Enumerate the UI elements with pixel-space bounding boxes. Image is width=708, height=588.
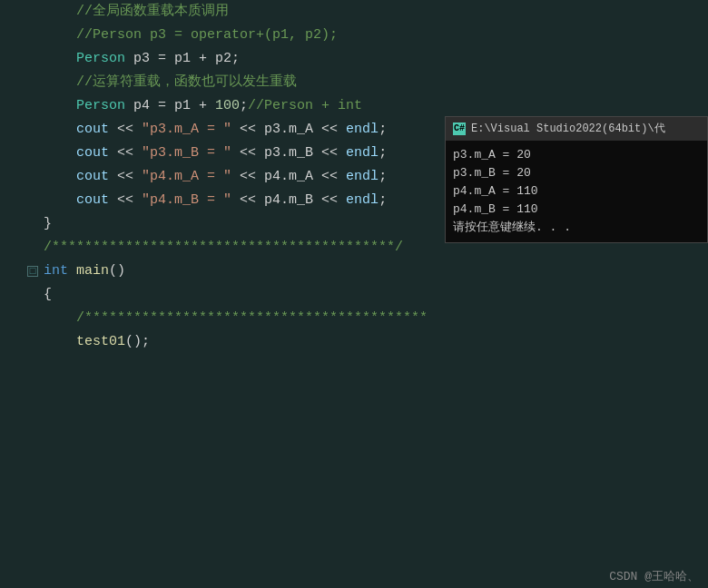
bottom-bar: CSDN @王哈哈、 xyxy=(0,566,708,588)
code-text: int main() xyxy=(40,260,708,283)
code-text: //运算符重载，函数也可以发生重载 xyxy=(40,71,708,94)
code-text: { xyxy=(40,283,708,307)
terminal-window: C# E:\Visual Studio2022(64bit)\代 p3.m_A … xyxy=(445,116,708,243)
code-line: //全局函数重载本质调用 xyxy=(0,0,708,24)
code-text: test01(); xyxy=(40,330,708,354)
terminal-icon: C# xyxy=(453,122,466,135)
terminal-output-line: p4.m_A = 110 xyxy=(453,182,700,201)
code-line: Person p3 = p1 + p2; xyxy=(0,47,708,71)
code-line: Person p4 = p1 + 100;//Person + int xyxy=(0,94,708,118)
terminal-output-line: 请按任意键继续. . . xyxy=(453,219,700,237)
code-text: Person p4 = p1 + 100;//Person + int xyxy=(40,94,708,118)
watermark-text: CSDN @王哈哈、 xyxy=(609,565,699,588)
code-line: //Person p3 = operator+(p1, p2); xyxy=(0,24,708,47)
terminal-output-line: p3.m_B = 20 xyxy=(453,164,700,182)
terminal-output-line: p4.m_B = 110 xyxy=(453,201,700,219)
terminal-body: p3.m_A = 20p3.m_B = 20p4.m_A = 110p4.m_B… xyxy=(446,141,707,242)
code-line: /***************************************… xyxy=(0,307,708,330)
editor-area: //全局函数重载本质调用 //Person p3 = operator+(p1,… xyxy=(0,0,708,588)
code-text: //Person p3 = operator+(p1, p2); xyxy=(40,24,708,47)
code-text: //全局函数重载本质调用 xyxy=(40,0,708,24)
terminal-title: E:\Visual Studio2022(64bit)\代 xyxy=(471,120,665,138)
fold-icon[interactable]: □ xyxy=(27,260,40,283)
code-text: Person p3 = p1 + p2; xyxy=(40,47,708,71)
terminal-output-line: p3.m_A = 20 xyxy=(453,146,700,164)
code-line: □int main() xyxy=(0,260,708,283)
code-line: { xyxy=(0,283,708,307)
code-line: test01(); xyxy=(0,330,708,354)
code-line: //运算符重载，函数也可以发生重载 xyxy=(0,71,708,94)
terminal-titlebar: C# E:\Visual Studio2022(64bit)\代 xyxy=(446,117,707,141)
code-text: /***************************************… xyxy=(40,307,708,330)
